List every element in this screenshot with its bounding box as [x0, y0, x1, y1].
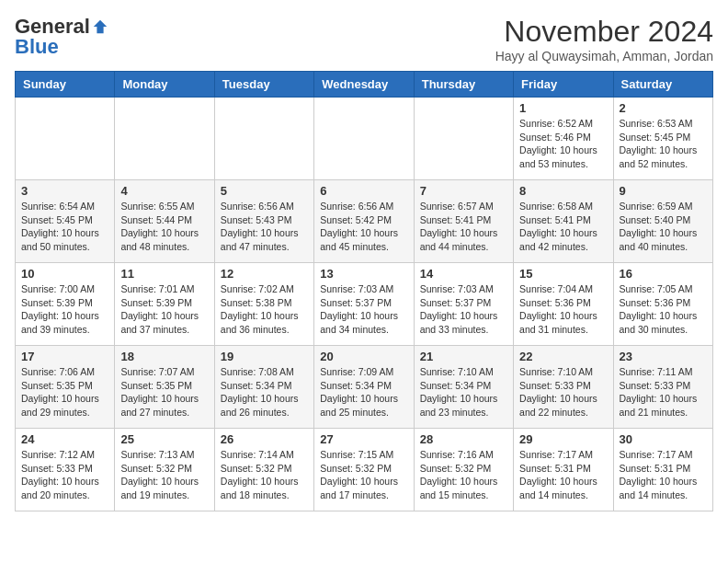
- calendar-cell: 11Sunrise: 7:01 AM Sunset: 5:39 PM Dayli…: [115, 263, 214, 346]
- day-header-wednesday: Wednesday: [314, 72, 414, 98]
- calendar-cell: 13Sunrise: 7:03 AM Sunset: 5:37 PM Dayli…: [314, 263, 414, 346]
- day-number: 15: [519, 267, 607, 281]
- cell-info: Sunrise: 7:07 AM Sunset: 5:35 PM Dayligh…: [120, 365, 208, 419]
- day-number: 25: [120, 432, 208, 446]
- calendar-cell: 1Sunrise: 6:52 AM Sunset: 5:46 PM Daylig…: [514, 98, 613, 180]
- cell-info: Sunrise: 6:59 AM Sunset: 5:40 PM Dayligh…: [620, 200, 707, 254]
- calendar-cell: [314, 98, 414, 180]
- day-number: 7: [420, 184, 507, 198]
- calendar-cell: 18Sunrise: 7:07 AM Sunset: 5:35 PM Dayli…: [115, 346, 214, 429]
- cell-info: Sunrise: 7:15 AM Sunset: 5:32 PM Dayligh…: [320, 448, 407, 502]
- cell-info: Sunrise: 7:01 AM Sunset: 5:39 PM Dayligh…: [120, 282, 208, 337]
- calendar-cell: 6Sunrise: 6:56 AM Sunset: 5:42 PM Daylig…: [314, 180, 414, 263]
- day-number: 11: [120, 267, 208, 281]
- cell-info: Sunrise: 7:06 AM Sunset: 5:35 PM Dayligh…: [21, 365, 108, 419]
- calendar-cell: 27Sunrise: 7:15 AM Sunset: 5:32 PM Dayli…: [314, 429, 414, 511]
- cell-info: Sunrise: 7:02 AM Sunset: 5:38 PM Dayligh…: [221, 282, 308, 337]
- day-number: 5: [221, 184, 308, 198]
- calendar-cell: 14Sunrise: 7:03 AM Sunset: 5:37 PM Dayli…: [414, 263, 513, 346]
- cell-info: Sunrise: 7:00 AM Sunset: 5:39 PM Dayligh…: [21, 282, 108, 337]
- day-number: 10: [21, 267, 108, 281]
- day-number: 18: [120, 350, 208, 363]
- cell-info: Sunrise: 6:52 AM Sunset: 5:46 PM Dayligh…: [519, 117, 607, 171]
- calendar-cell: [414, 98, 513, 180]
- calendar-week-4: 17Sunrise: 7:06 AM Sunset: 5:35 PM Dayli…: [16, 346, 713, 429]
- day-number: 16: [620, 267, 707, 281]
- day-number: 21: [420, 350, 507, 363]
- cell-info: Sunrise: 7:08 AM Sunset: 5:34 PM Dayligh…: [221, 365, 308, 419]
- calendar-week-2: 3Sunrise: 6:54 AM Sunset: 5:45 PM Daylig…: [16, 180, 713, 263]
- cell-info: Sunrise: 7:14 AM Sunset: 5:32 PM Dayligh…: [221, 448, 308, 502]
- calendar-cell: 5Sunrise: 6:56 AM Sunset: 5:43 PM Daylig…: [214, 180, 313, 263]
- calendar-cell: 30Sunrise: 7:17 AM Sunset: 5:31 PM Dayli…: [613, 429, 712, 511]
- day-number: 6: [320, 184, 407, 198]
- day-number: 23: [620, 350, 707, 363]
- cell-info: Sunrise: 6:53 AM Sunset: 5:45 PM Dayligh…: [620, 117, 707, 171]
- cell-info: Sunrise: 7:16 AM Sunset: 5:32 PM Dayligh…: [420, 448, 507, 502]
- calendar-cell: 15Sunrise: 7:04 AM Sunset: 5:36 PM Dayli…: [514, 263, 613, 346]
- calendar-cell: 29Sunrise: 7:17 AM Sunset: 5:31 PM Dayli…: [514, 429, 613, 511]
- calendar-table: SundayMondayTuesdayWednesdayThursdayFrid…: [15, 71, 713, 511]
- day-number: 22: [519, 350, 607, 363]
- day-header-thursday: Thursday: [414, 72, 513, 98]
- calendar-header-row: SundayMondayTuesdayWednesdayThursdayFrid…: [16, 72, 713, 98]
- cell-info: Sunrise: 6:58 AM Sunset: 5:41 PM Dayligh…: [519, 200, 607, 254]
- cell-info: Sunrise: 6:56 AM Sunset: 5:43 PM Dayligh…: [221, 200, 308, 254]
- day-header-tuesday: Tuesday: [214, 72, 313, 98]
- day-number: 28: [420, 432, 507, 446]
- calendar-cell: [16, 98, 115, 180]
- day-number: 27: [320, 432, 407, 446]
- calendar-cell: 26Sunrise: 7:14 AM Sunset: 5:32 PM Dayli…: [214, 429, 313, 511]
- cell-info: Sunrise: 7:09 AM Sunset: 5:34 PM Dayligh…: [320, 365, 407, 419]
- calendar-cell: 24Sunrise: 7:12 AM Sunset: 5:33 PM Dayli…: [16, 429, 115, 511]
- day-number: 13: [320, 267, 407, 281]
- calendar-week-3: 10Sunrise: 7:00 AM Sunset: 5:39 PM Dayli…: [16, 263, 713, 346]
- cell-info: Sunrise: 7:10 AM Sunset: 5:34 PM Dayligh…: [420, 365, 507, 419]
- cell-info: Sunrise: 7:03 AM Sunset: 5:37 PM Dayligh…: [420, 282, 507, 337]
- day-number: 12: [221, 267, 308, 281]
- calendar-cell: 9Sunrise: 6:59 AM Sunset: 5:40 PM Daylig…: [613, 180, 712, 263]
- day-number: 3: [21, 184, 108, 198]
- cell-info: Sunrise: 6:56 AM Sunset: 5:42 PM Dayligh…: [320, 200, 407, 254]
- page-header: General Blue November 2024 Hayy al Quway…: [15, 15, 713, 63]
- calendar-cell: 19Sunrise: 7:08 AM Sunset: 5:34 PM Dayli…: [214, 346, 313, 429]
- calendar-cell: 10Sunrise: 7:00 AM Sunset: 5:39 PM Dayli…: [16, 263, 115, 346]
- location-subtitle: Hayy al Quwaysimah, Amman, Jordan: [495, 49, 713, 63]
- logo-icon: [92, 18, 108, 35]
- day-number: 19: [221, 350, 308, 363]
- calendar-week-1: 1Sunrise: 6:52 AM Sunset: 5:46 PM Daylig…: [16, 98, 713, 180]
- logo: General Blue: [15, 15, 108, 59]
- cell-info: Sunrise: 7:13 AM Sunset: 5:32 PM Dayligh…: [120, 448, 208, 502]
- day-header-sunday: Sunday: [16, 72, 115, 98]
- day-number: 26: [221, 432, 308, 446]
- cell-info: Sunrise: 7:11 AM Sunset: 5:33 PM Dayligh…: [620, 365, 707, 419]
- cell-info: Sunrise: 7:17 AM Sunset: 5:31 PM Dayligh…: [519, 448, 607, 502]
- logo-blue-text: Blue: [15, 35, 59, 59]
- svg-marker-0: [94, 20, 107, 33]
- month-title: November 2024: [495, 15, 713, 49]
- cell-info: Sunrise: 7:03 AM Sunset: 5:37 PM Dayligh…: [320, 282, 407, 337]
- calendar-cell: 20Sunrise: 7:09 AM Sunset: 5:34 PM Dayli…: [314, 346, 414, 429]
- day-number: 14: [420, 267, 507, 281]
- cell-info: Sunrise: 7:12 AM Sunset: 5:33 PM Dayligh…: [21, 448, 108, 502]
- cell-info: Sunrise: 6:55 AM Sunset: 5:44 PM Dayligh…: [120, 200, 208, 254]
- calendar-cell: 25Sunrise: 7:13 AM Sunset: 5:32 PM Dayli…: [115, 429, 214, 511]
- calendar-cell: 17Sunrise: 7:06 AM Sunset: 5:35 PM Dayli…: [16, 346, 115, 429]
- calendar-cell: [214, 98, 313, 180]
- calendar-week-5: 24Sunrise: 7:12 AM Sunset: 5:33 PM Dayli…: [16, 429, 713, 511]
- day-number: 9: [620, 184, 707, 198]
- day-header-saturday: Saturday: [613, 72, 712, 98]
- day-number: 24: [21, 432, 108, 446]
- day-number: 2: [620, 101, 707, 115]
- calendar-cell: [115, 98, 214, 180]
- calendar-cell: 16Sunrise: 7:05 AM Sunset: 5:36 PM Dayli…: [613, 263, 712, 346]
- calendar-cell: 28Sunrise: 7:16 AM Sunset: 5:32 PM Dayli…: [414, 429, 513, 511]
- calendar-cell: 21Sunrise: 7:10 AM Sunset: 5:34 PM Dayli…: [414, 346, 513, 429]
- cell-info: Sunrise: 7:04 AM Sunset: 5:36 PM Dayligh…: [519, 282, 607, 337]
- cell-info: Sunrise: 6:57 AM Sunset: 5:41 PM Dayligh…: [420, 200, 507, 254]
- calendar-cell: 4Sunrise: 6:55 AM Sunset: 5:44 PM Daylig…: [115, 180, 214, 263]
- day-number: 30: [620, 432, 707, 446]
- calendar-cell: 2Sunrise: 6:53 AM Sunset: 5:45 PM Daylig…: [613, 98, 712, 180]
- cell-info: Sunrise: 7:10 AM Sunset: 5:33 PM Dayligh…: [519, 365, 607, 419]
- calendar-cell: 12Sunrise: 7:02 AM Sunset: 5:38 PM Dayli…: [214, 263, 313, 346]
